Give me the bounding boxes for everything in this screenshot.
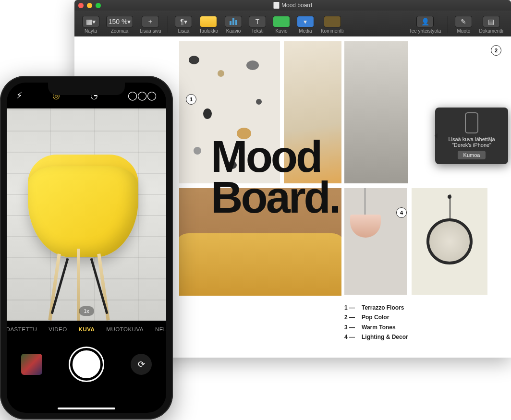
camera-mode-strip[interactable]: HIDASTETTU VIDEO KUVA MUOTOKUVA NELIÖ [7, 321, 166, 338]
window-title: Mood board [273, 2, 312, 9]
phone-icon [465, 112, 478, 133]
document-button[interactable]: ▤Dokumentti [476, 15, 506, 35]
mood-board-heading[interactable]: Mood Board. [211, 136, 339, 217]
badge-4: 4 [396, 207, 407, 218]
flip-camera-button[interactable]: ⟳ [131, 354, 152, 375]
media-button[interactable]: ▾Media [294, 15, 317, 35]
concrete-image[interactable] [344, 41, 408, 183]
legend-list: 1 —Terrazzo Floors 2 —Pop Color 3 —Warm … [344, 303, 408, 342]
add-page-button[interactable]: ＋Lisää sivu [137, 15, 164, 35]
table-button[interactable]: Taulukko [196, 15, 220, 35]
popover-text-2: "Derek's iPhone" [441, 142, 502, 148]
comment-button[interactable]: Kommentti [318, 15, 347, 35]
last-photo-thumbnail[interactable] [21, 354, 42, 375]
legend-item: 3 —Warm Tones [344, 323, 408, 332]
home-indicator[interactable] [58, 408, 115, 409]
zoom-button[interactable]: 150 %▾Zoomaa [103, 15, 136, 35]
camera-bottom-controls: ⟳ [7, 338, 166, 391]
minimize-window-button[interactable] [87, 3, 92, 8]
traffic-lights [78, 3, 101, 8]
legend-item: 4 —Lighting & Decor [344, 332, 408, 342]
text-button[interactable]: TTeksti [246, 15, 269, 35]
window-titlebar: Mood board [74, 0, 511, 11]
mode-square[interactable]: NELIÖ [155, 326, 166, 332]
collaborate-button[interactable]: 👤Tee yhteistyötä [406, 15, 444, 35]
camera-viewfinder[interactable]: 1x [7, 108, 166, 321]
fullscreen-window-button[interactable] [96, 3, 101, 8]
mode-portrait[interactable]: MUOTOKUVA [106, 326, 144, 332]
iphone-screen: ⚡︎ ◎ ◔ ◯◯◯ 1x HIDASTETTU VIDEO KUVA MUOT… [7, 83, 166, 413]
legend-item: 2 —Pop Color [344, 312, 408, 322]
iphone-device: ⚡︎ ◎ ◔ ◯◯◯ 1x HIDASTETTU VIDEO KUVA MUOT… [0, 76, 173, 420]
notch [48, 83, 125, 95]
popover-text-1: Lisää kuva lähettäjä [441, 136, 502, 142]
shape-button[interactable]: Kuvio [270, 15, 293, 35]
format-button[interactable]: ✎Muoto [452, 15, 475, 35]
mode-video[interactable]: VIDEO [49, 326, 67, 332]
legend-item: 1 —Terrazzo Floors [344, 303, 408, 312]
mode-photo[interactable]: KUVA [79, 326, 95, 332]
mirror-image[interactable] [412, 188, 487, 295]
zoom-level[interactable]: 1x [79, 306, 94, 316]
window-title-text: Mood board [281, 2, 312, 9]
lamp-image[interactable] [344, 188, 407, 295]
badge-1: 1 [186, 94, 196, 105]
undo-button[interactable]: Kumoa [458, 151, 486, 159]
badge-2: 2 [491, 45, 501, 56]
chart-button[interactable]: Kaavio [222, 15, 245, 35]
toolbar: ▦▾Näytä 150 %▾Zoomaa ＋Lisää sivu ¶▾Lisää… [74, 11, 511, 36]
mode-slomo[interactable]: HIDASTETTU [7, 326, 37, 332]
insert-button[interactable]: ¶▾Lisää [172, 15, 195, 35]
document-icon [273, 2, 279, 9]
filters-icon[interactable]: ◯◯◯ [128, 90, 157, 101]
flash-icon[interactable]: ⚡︎ [16, 90, 23, 101]
view-button[interactable]: ▦▾Näytä [79, 15, 102, 35]
shutter-button[interactable] [70, 348, 103, 381]
close-window-button[interactable] [78, 3, 84, 8]
continuity-camera-popover: Lisää kuva lähettäjä "Derek's iPhone" Ku… [435, 108, 508, 164]
